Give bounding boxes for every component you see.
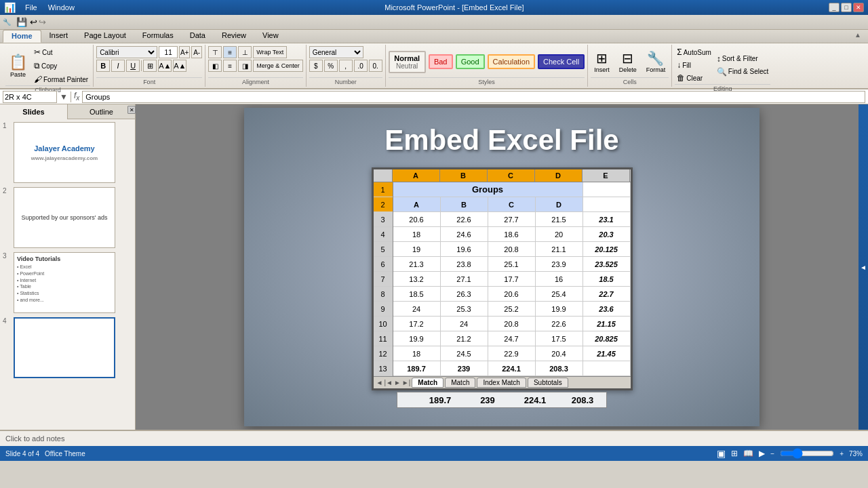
border-btn[interactable]: ⊞ (143, 60, 157, 72)
percent-btn[interactable]: % (324, 60, 338, 72)
font-size-decrease-btn[interactable]: A- (191, 46, 202, 58)
underline-btn[interactable]: U (126, 60, 140, 72)
cell-9d: 19.9 (536, 302, 583, 317)
restore-btn[interactable]: □ (841, 3, 852, 12)
cell-ref-input[interactable] (3, 91, 57, 103)
view-normal-btn[interactable]: ▣ (717, 448, 726, 459)
style-good[interactable]: Good (456, 54, 485, 69)
tab-slides[interactable]: Slides (0, 104, 68, 119)
number-format-select[interactable]: General (309, 46, 363, 58)
undo-btn[interactable]: ↩ (30, 17, 37, 27)
bold-btn[interactable]: B (96, 60, 110, 72)
currency-btn[interactable]: $ (309, 60, 323, 72)
style-check-cell[interactable]: Check Cell (538, 54, 585, 69)
italic-btn[interactable]: I (111, 60, 125, 72)
table-row: 13.2 27.1 17.7 16 18.5 (393, 272, 631, 287)
copy-btn[interactable]: ⧉ Copy (32, 60, 90, 72)
tab-data[interactable]: Data (182, 30, 214, 43)
font-color-btn[interactable]: A▲ (173, 60, 186, 72)
style-calculation[interactable]: Calculation (488, 54, 535, 69)
wrap-text-btn[interactable]: Wrap Text (253, 46, 287, 58)
cell-2a: A (393, 197, 441, 212)
zoom-in-btn[interactable]: + (840, 450, 844, 458)
cell-11e: 20.825 (583, 331, 631, 346)
tab-outline[interactable]: Outline (68, 104, 135, 119)
font-family-select[interactable]: Calibri (96, 46, 157, 58)
align-bottom-btn[interactable]: ⊥ (238, 46, 252, 58)
total-b: 239 (464, 392, 511, 407)
notes-bar[interactable]: Click to add notes (0, 430, 868, 446)
tab-review[interactable]: Review (214, 30, 254, 43)
delete-icon: ⊟ (622, 50, 633, 66)
scroll-right-btn[interactable]: ► (394, 379, 401, 386)
redo-btn[interactable]: ↪ (39, 17, 46, 27)
paste-btn[interactable]: 📋 Paste (5, 52, 31, 80)
tab-formulas[interactable]: Formulas (134, 30, 182, 43)
insert-cells-btn[interactable]: ⊞ Insert (591, 48, 613, 75)
sheet-tab-subtotals[interactable]: Subtotals (528, 378, 568, 388)
tab-home[interactable]: Home (3, 30, 41, 43)
style-normal-neutral[interactable]: Normal Neutral (389, 51, 426, 73)
align-right-btn[interactable]: ◨ (238, 60, 252, 72)
cut-btn[interactable]: ✂ Cut (32, 46, 90, 58)
align-left-btn[interactable]: ◧ (208, 60, 222, 72)
row-header-3: 3 (374, 212, 393, 227)
comma-btn[interactable]: , (339, 60, 353, 72)
find-select-btn[interactable]: 🔍 Find & Select (715, 66, 770, 78)
sheet-tab-index-match[interactable]: Index Match (477, 378, 526, 388)
file-menu[interactable]: File (20, 3, 43, 12)
decrease-decimal-btn[interactable]: 0. (369, 60, 382, 72)
window-menu[interactable]: Window (43, 3, 80, 12)
scroll-right-end-btn[interactable]: ►| (402, 379, 411, 386)
font-size-increase-btn[interactable]: A+ (179, 46, 190, 58)
close-btn[interactable]: ✕ (853, 3, 864, 12)
format-painter-btn[interactable]: 🖌 Format Painter (32, 73, 90, 85)
zoom-out-btn[interactable]: − (770, 450, 774, 458)
slide-canvas[interactable]: Embed Excel File A B C D E 1 2 (244, 108, 760, 426)
excel-embed[interactable]: A B C D E 1 2 3 4 5 6 7 (372, 167, 633, 390)
fill-color-btn[interactable]: A▲ (158, 60, 172, 72)
list-item[interactable]: 2 Supported by our sponsors' ads (3, 187, 132, 248)
font-size-input[interactable] (159, 46, 178, 58)
sheet-tab-match2[interactable]: Match (445, 378, 475, 388)
view-slidesorter-btn[interactable]: ⊞ (731, 449, 738, 458)
minimize-btn[interactable]: _ (829, 3, 840, 12)
tab-insert[interactable]: Insert (41, 30, 77, 43)
scroll-left-btn[interactable]: ◄ (376, 379, 383, 386)
cell-2c-active[interactable]: C (488, 197, 536, 212)
cell-10c: 20.8 (488, 317, 536, 331)
view-slideshow-btn[interactable]: ▶ (759, 449, 765, 458)
slide-panel-close[interactable]: ✕ (127, 106, 136, 114)
cell-6e: 23.525 (583, 257, 631, 272)
view-reading-btn[interactable]: 📖 (743, 449, 753, 458)
format-cells-btn[interactable]: 🔧 Format (643, 48, 669, 75)
delete-cells-btn[interactable]: ⊟ Delete (616, 48, 640, 75)
align-top-btn[interactable]: ⊤ (208, 46, 222, 58)
clear-btn[interactable]: 🗑 Clear (675, 72, 705, 84)
save-btn[interactable]: 💾 (16, 17, 27, 27)
formula-expand-icon[interactable]: ▼ (60, 92, 68, 102)
merge-center-btn[interactable]: Merge & Center (253, 60, 303, 72)
cell-6d: 23.9 (536, 257, 583, 272)
cell-12c: 22.9 (488, 346, 536, 361)
scroll-left-end-btn[interactable]: |◄ (384, 379, 393, 386)
theme-info: Office Theme (45, 450, 85, 458)
align-middle-btn[interactable]: ≡ (223, 46, 237, 58)
autosum-btn[interactable]: Σ AutoSum (675, 46, 713, 58)
sheet-tab-match1[interactable]: Match (412, 378, 443, 388)
zoom-slider[interactable] (780, 450, 834, 457)
list-item[interactable]: 4 Embed Excel File (3, 317, 132, 378)
tab-page-layout[interactable]: Page Layout (76, 30, 134, 43)
tab-view[interactable]: View (254, 30, 287, 43)
align-center-btn[interactable]: ≡ (223, 60, 237, 72)
fill-btn[interactable]: ↓ Fill (675, 59, 693, 71)
sort-filter-btn[interactable]: ↕ Sort & Filter (715, 53, 770, 65)
list-item[interactable]: 1 Jalayer Academy www.jalayeracademy.com (3, 122, 132, 183)
ribbon-collapse[interactable]: ▲ (850, 30, 865, 43)
formula-input[interactable] (82, 91, 865, 103)
increase-decimal-btn[interactable]: .0 (354, 60, 368, 72)
cell-2d: D (536, 197, 583, 212)
right-resize-handle[interactable]: ◄ (859, 104, 868, 430)
style-bad[interactable]: Bad (429, 54, 453, 69)
list-item[interactable]: 3 Video Tutorials • Excel• PowerPoint• I… (3, 252, 132, 313)
